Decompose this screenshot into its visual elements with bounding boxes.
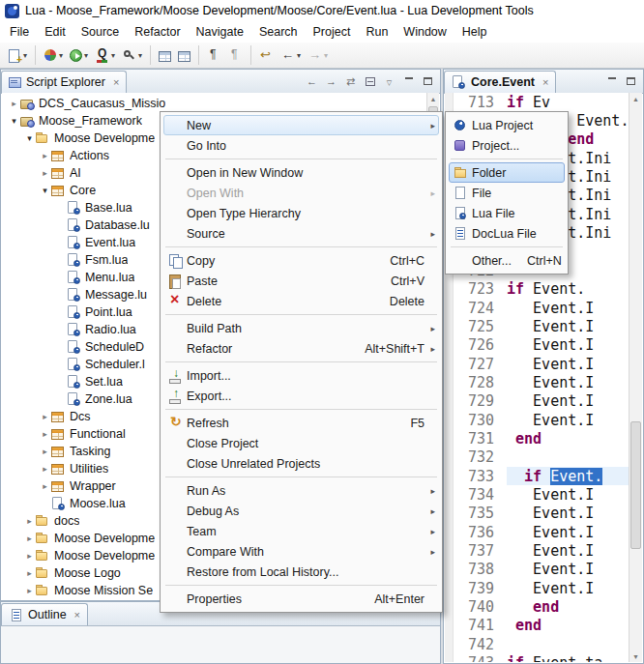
menu-item-close-project[interactable]: Close Project	[163, 433, 439, 453]
expander-collapsed-icon[interactable]: ▸	[23, 534, 36, 543]
code-line-731[interactable]: 731 end	[445, 429, 629, 447]
code-line-730[interactable]: 730 Event.I	[445, 411, 629, 429]
tab-outline[interactable]: Outline ×	[1, 603, 88, 625]
expander-collapsed-icon[interactable]: ▸	[23, 586, 36, 595]
menu-item-go-into[interactable]: Go Into	[163, 135, 439, 156]
menu-item-properties[interactable]: PropertiesAlt+Enter	[163, 589, 439, 609]
menu-edit[interactable]: Edit	[37, 22, 73, 42]
menu-item-open-with[interactable]: Open With▸	[163, 183, 439, 203]
scroll-up-icon[interactable]: ▲	[629, 93, 642, 104]
run-button[interactable]: ▾	[67, 44, 91, 66]
menu-item-new[interactable]: New▸	[163, 115, 439, 135]
submenu-item-project[interactable]: Project...	[449, 135, 565, 156]
back-button[interactable]	[304, 73, 320, 89]
expander-collapsed-icon[interactable]: ▸	[39, 447, 51, 456]
expander-collapsed-icon[interactable]: ▸	[23, 516, 36, 526]
menu-item-copy[interactable]: CopyCtrl+C	[163, 250, 439, 271]
view-menu-button[interactable]	[381, 73, 397, 89]
expander-collapsed-icon[interactable]: ▸	[39, 481, 51, 491]
menu-item-team[interactable]: Team▸	[163, 521, 439, 541]
link-with-editor-button[interactable]	[342, 73, 359, 89]
code-line-727[interactable]: 727 Event.I	[445, 355, 629, 373]
maximize-button[interactable]	[420, 73, 436, 89]
menu-item-debug-as[interactable]: Debug As▸	[163, 501, 439, 521]
menu-item-delete[interactable]: DeleteDelete	[163, 291, 439, 311]
expander-expanded-icon[interactable]: ▾	[39, 186, 51, 195]
code-line-725[interactable]: 725 Event.I	[445, 317, 629, 335]
menu-item-refresh[interactable]: RefreshF5	[163, 413, 439, 433]
code-line-742[interactable]: 742	[445, 635, 629, 653]
code-line-732[interactable]: 732	[445, 448, 629, 467]
menu-project[interactable]: Project	[306, 22, 359, 42]
coverage-button[interactable]: ▾	[92, 44, 118, 66]
menu-item-compare-with[interactable]: Compare With▸	[163, 541, 439, 562]
menu-item-close-unrelated-projects[interactable]: Close Unrelated Projects	[163, 453, 439, 474]
block-selection-button[interactable]	[225, 44, 246, 66]
forward-history-button[interactable]: ▾	[305, 44, 331, 66]
code-line-736[interactable]: 736 Event.I	[445, 523, 629, 541]
code-line-726[interactable]: 726 Event.I	[445, 336, 629, 355]
table-view-2-button[interactable]	[175, 44, 193, 66]
tab-script-explorer[interactable]: Script Explorer ×	[1, 71, 127, 93]
menu-search[interactable]: Search	[251, 22, 306, 42]
submenu-item-lua-project[interactable]: Lua Project	[449, 115, 565, 135]
code-line-729[interactable]: 729 Event.I	[445, 392, 629, 411]
code-line-740[interactable]: 740 end	[445, 597, 629, 616]
menu-item-import[interactable]: Import...	[163, 365, 439, 386]
code-line-735[interactable]: 735 Event.I	[445, 505, 629, 523]
menu-window[interactable]: Window	[395, 22, 454, 42]
menu-item-build-path[interactable]: Build Path▸	[163, 318, 439, 338]
menu-item-open-in-new-window[interactable]: Open in New Window	[163, 162, 439, 183]
scroll-up-icon[interactable]: ▲	[427, 93, 439, 104]
expander-collapsed-icon[interactable]: ▸	[39, 168, 51, 178]
forward-button[interactable]	[323, 73, 339, 89]
menu-item-source[interactable]: Source▸	[163, 223, 439, 244]
back-history-button[interactable]: ▾	[278, 44, 304, 66]
code-line-738[interactable]: 738 Event.I	[445, 561, 629, 579]
search-button[interactable]: ▾	[119, 44, 145, 66]
code-line-723[interactable]: 723if Event.	[445, 280, 629, 299]
code-line-713[interactable]: 713if Ev	[445, 93, 629, 111]
new-wizard-button[interactable]: ▾	[4, 44, 30, 66]
minimize-button[interactable]	[400, 73, 417, 89]
last-edit-location-button[interactable]	[256, 44, 277, 66]
expander-collapsed-icon[interactable]: ▸	[39, 412, 51, 421]
collapse-all-button[interactable]	[362, 73, 378, 89]
expander-collapsed-icon[interactable]: ▸	[39, 464, 51, 474]
menu-item-paste[interactable]: PasteCtrl+V	[163, 271, 439, 291]
close-icon[interactable]: ×	[542, 76, 548, 88]
menu-run[interactable]: Run	[358, 22, 395, 42]
expander-collapsed-icon[interactable]: ▸	[39, 151, 51, 160]
expander-collapsed-icon[interactable]: ▸	[8, 99, 20, 108]
run-external-tools-button[interactable]: ▾	[41, 44, 66, 66]
submenu-item-other[interactable]: Other...Ctrl+N	[449, 250, 565, 271]
code-line-724[interactable]: 724 Event.I	[445, 299, 629, 317]
table-view-1-button[interactable]	[156, 44, 174, 66]
menu-item-export[interactable]: Export...	[163, 386, 439, 406]
menu-item-refactor[interactable]: RefactorAlt+Shift+T▸	[163, 338, 439, 359]
submenu-item-folder[interactable]: Folder	[449, 162, 565, 183]
code-line-737[interactable]: 737 Event.I	[445, 541, 629, 560]
close-icon[interactable]: ×	[74, 609, 80, 621]
menu-item-restore-from-local-history[interactable]: Restore from Local History...	[163, 562, 439, 582]
close-icon[interactable]: ×	[113, 76, 119, 88]
code-line-728[interactable]: 728 Event.I	[445, 373, 629, 391]
show-whitespace-button[interactable]	[204, 44, 224, 66]
expander-expanded-icon[interactable]: ▾	[23, 133, 36, 143]
menu-source[interactable]: Source	[73, 22, 128, 42]
expander-collapsed-icon[interactable]: ▸	[39, 429, 51, 439]
code-line-741[interactable]: 741 end	[445, 617, 629, 635]
submenu-item-lua-file[interactable]: Lua File	[449, 203, 565, 223]
scrollbar-thumb[interactable]	[630, 421, 641, 549]
code-line-739[interactable]: 739 Event.I	[445, 579, 629, 597]
menu-item-open-type-hierarchy[interactable]: Open Type Hierarchy	[163, 203, 439, 223]
maximize-button[interactable]	[623, 73, 639, 89]
code-line-734[interactable]: 734 Event.I	[445, 485, 629, 504]
code-line-743[interactable]: 743if Event.ta	[445, 654, 629, 663]
minimize-button[interactable]	[603, 73, 620, 89]
expander-collapsed-icon[interactable]: ▸	[23, 551, 36, 561]
expander-expanded-icon[interactable]: ▾	[8, 116, 20, 126]
expander-collapsed-icon[interactable]: ▸	[23, 568, 36, 578]
submenu-item-file[interactable]: File	[449, 183, 565, 203]
menu-file[interactable]: File	[2, 22, 37, 42]
